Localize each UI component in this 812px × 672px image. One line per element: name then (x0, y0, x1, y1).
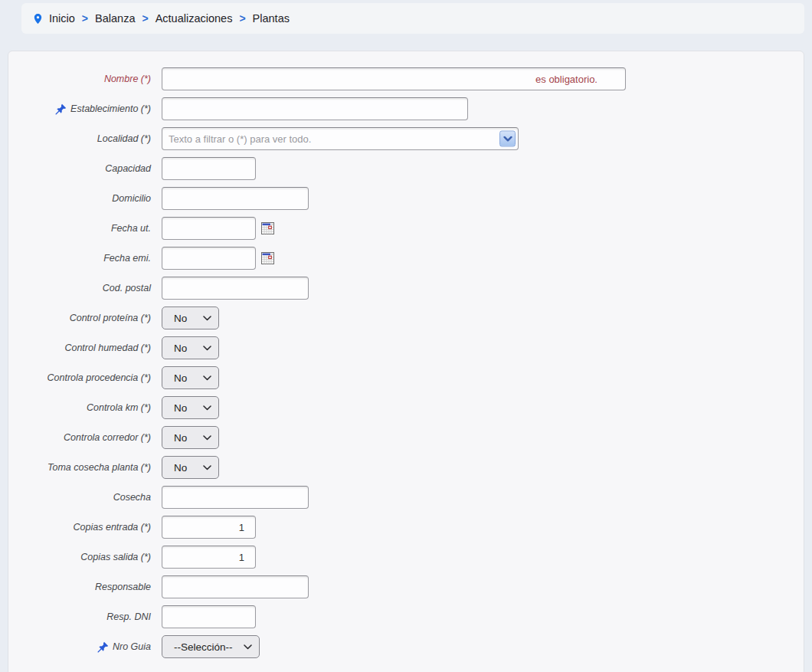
fecha-ut-calendar-button[interactable] (261, 222, 274, 234)
domicilio-input[interactable] (162, 187, 309, 210)
pushpin-icon (55, 103, 67, 115)
controla-km-label-cell: Controla km (*) (8, 402, 151, 413)
nombre-validation-message: es obligatorio. (535, 74, 598, 85)
capacidad-label-cell: Capacidad (8, 163, 151, 174)
nro-guia-selected-value: --Selección-- (174, 641, 233, 653)
breadcrumb-separator: > (239, 12, 245, 25)
cod-postal-input[interactable] (162, 277, 309, 300)
breadcrumb: Inicio>Balanza>Actualizaciones>Plantas (21, 3, 804, 34)
cosecha-input[interactable] (162, 486, 309, 509)
resp-dni-control-cell (162, 605, 256, 628)
breadcrumb-separator: > (82, 12, 88, 25)
breadcrumb-item-inicio[interactable]: Inicio (49, 12, 75, 25)
control-humedad-select[interactable]: No (162, 336, 219, 359)
establecimiento-label: Establecimiento (*) (70, 103, 151, 114)
chevron-down-icon (203, 316, 211, 321)
resp-dni-input[interactable] (162, 605, 256, 628)
nro-guia-select[interactable]: --Selección-- (162, 635, 260, 658)
domicilio-label-cell: Domicilio (8, 193, 151, 204)
nombre-label-cell: Nombre (*) (8, 74, 151, 84)
chevron-down-icon (203, 465, 211, 470)
copias-salida-label: Copias salida (*) (80, 552, 151, 562)
copias-entrada-control-cell (162, 516, 256, 539)
localidad-dropdown-button[interactable] (499, 131, 516, 147)
controla-km-label: Controla km (*) (87, 402, 151, 413)
nro-guia-control-cell: --Selección-- (162, 635, 260, 658)
control-proteina-selected-value: No (174, 313, 187, 324)
fecha-emi-label: Fecha emi. (103, 253, 151, 264)
form-row-fecha-ut: Fecha ut. (8, 217, 804, 240)
control-humedad-control-cell: No (162, 336, 219, 359)
establecimiento-input[interactable] (162, 97, 468, 120)
form-row-toma-cosecha-planta: Toma cosecha planta (*)No (8, 456, 804, 479)
controla-procedencia-control-cell: No (162, 366, 219, 389)
responsable-label-cell: Responsable (8, 582, 151, 592)
controla-procedencia-select[interactable]: No (162, 366, 219, 389)
form-row-controla-procedencia: Controla procedencia (*)No (8, 366, 804, 389)
controla-corredor-label-cell: Controla corredor (*) (8, 432, 151, 443)
form-row-controla-corredor: Controla corredor (*)No (8, 426, 804, 449)
chevron-down-icon (203, 435, 211, 441)
fecha-emi-calendar-button[interactable] (261, 252, 274, 264)
cosecha-control-cell (162, 486, 309, 509)
toma-cosecha-planta-select[interactable]: No (162, 456, 219, 479)
cod-postal-label-cell: Cod. postal (8, 283, 151, 293)
nombre-control-cell: es obligatorio. (162, 67, 626, 90)
form-row-nro-guia: Nro Guia--Selección-- (8, 635, 804, 658)
nro-guia-label-cell: Nro Guia (8, 641, 151, 653)
responsable-label: Responsable (95, 582, 151, 592)
capacidad-control-cell (162, 157, 256, 180)
domicilio-label: Domicilio (112, 193, 151, 204)
form-row-cod-postal: Cod. postal (8, 277, 804, 300)
localidad-input[interactable] (162, 127, 519, 150)
control-proteina-label-cell: Control proteína (*) (8, 313, 151, 323)
resp-dni-label: Resp. DNI (106, 611, 151, 622)
breadcrumb-item-plantas[interactable]: Plantas (253, 12, 290, 25)
cosecha-label-cell: Cosecha (8, 492, 151, 503)
establecimiento-control-cell (162, 97, 468, 120)
nombre-input[interactable] (163, 69, 451, 89)
form-row-resp-dni: Resp. DNI (8, 605, 804, 628)
copias-salida-label-cell: Copias salida (*) (8, 552, 151, 562)
controla-corredor-select[interactable]: No (162, 426, 219, 449)
responsable-input[interactable] (162, 575, 309, 598)
control-proteina-label: Control proteína (*) (70, 313, 151, 323)
controla-km-selected-value: No (174, 402, 187, 414)
fecha-emi-input[interactable] (162, 247, 256, 270)
nombre-input-box: es obligatorio. (162, 67, 626, 90)
form-row-responsable: Responsable (8, 575, 804, 598)
form-row-control-proteina: Control proteína (*)No (8, 306, 804, 329)
cod-postal-control-cell (162, 277, 309, 300)
cod-postal-label: Cod. postal (103, 283, 151, 293)
form-row-fecha-emi: Fecha emi. (8, 247, 804, 270)
calendar-icon (261, 252, 274, 264)
controla-km-select[interactable]: No (162, 396, 219, 419)
localidad-combo (162, 127, 519, 150)
breadcrumb-item-actualizaciones[interactable]: Actualizaciones (156, 12, 233, 25)
chevron-down-icon (203, 375, 211, 381)
plantas-form: Nombre (*)es obligatorio.Establecimiento… (8, 67, 804, 658)
form-row-cosecha: Cosecha (8, 486, 804, 509)
controla-procedencia-label: Controla procedencia (*) (47, 372, 152, 383)
nro-guia-label: Nro Guia (113, 641, 151, 652)
copias-entrada-label-cell: Copias entrada (*) (8, 522, 151, 533)
copias-entrada-input[interactable] (162, 516, 256, 539)
toma-cosecha-planta-label: Toma cosecha planta (*) (47, 462, 151, 473)
copias-salida-input[interactable] (162, 546, 256, 569)
control-proteina-select[interactable]: No (162, 306, 219, 329)
fecha-ut-input[interactable] (162, 217, 256, 240)
form-row-localidad: Localidad (*) (8, 127, 804, 150)
nombre-label: Nombre (*) (104, 74, 151, 84)
calendar-icon (261, 222, 274, 234)
breadcrumb-item-balanza[interactable]: Balanza (95, 12, 135, 25)
responsable-control-cell (162, 575, 309, 598)
establecimiento-label-cell: Establecimiento (*) (8, 103, 151, 115)
chevron-down-icon (244, 644, 252, 650)
form-row-domicilio: Domicilio (8, 187, 804, 210)
controla-corredor-control-cell: No (162, 426, 219, 449)
localidad-label-cell: Localidad (*) (8, 133, 151, 144)
localidad-label: Localidad (*) (97, 133, 151, 144)
form-row-controla-km: Controla km (*)No (8, 396, 804, 419)
toma-cosecha-planta-selected-value: No (174, 462, 187, 474)
capacidad-input[interactable] (162, 157, 256, 180)
